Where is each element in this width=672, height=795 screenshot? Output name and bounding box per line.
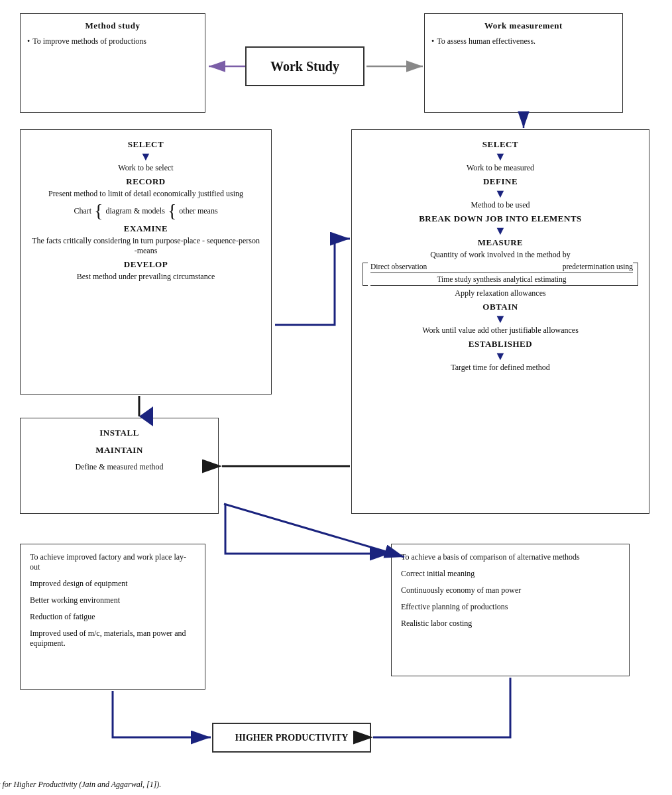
wm-relaxation-label: Apply relaxation allowances [363,288,638,298]
ms-brace-row: Chart { diagram & models } other means [31,202,260,220]
wm-arrow-2: ▼ [363,188,638,200]
ms-diagram-label: diagram & models [106,206,165,216]
wm-obtain-label: OBTAIN [363,302,638,312]
ms-other-label: other means [179,206,217,216]
figure-caption: Figure 3: Co-ordination Procedure for Wo… [0,780,336,790]
ro-item4: Effective planning of productions [401,602,620,612]
wm-predetermination-label: predetermination using [563,263,633,271]
wm-obtain-text: Work until value add other justifiable a… [363,326,638,336]
wm-measure-label: MEASURE [363,237,638,248]
work-measurement-box: Work measurement •To assess human effect… [424,13,623,113]
wm-established-label: ESTABLISHED [363,339,638,349]
wm-define-text: Method to be used [363,200,638,210]
ms-record-label: RECORD [31,176,260,187]
higher-productivity-label: HIGHER PRODUCTIVITY [235,733,349,743]
maintain-label: MAINTAIN [31,445,207,456]
ms-brace: { [94,202,103,220]
method-study-title: Method study [27,21,198,31]
work-measurement-title: Work measurement [431,21,616,31]
ms-develop-text: Best method under prevailing circumstanc… [31,272,260,282]
ro-item3: Continuously economy of man power [401,585,620,595]
method-study-bullet: To improve methods of productions [32,36,146,46]
wm-select-text: Work to be measured [363,163,638,173]
install-define-text: Define & measured method [31,462,207,472]
ms-arrow-1: ▼ [31,151,260,162]
lo-item5: Improved used of m/c, materials, man pow… [30,629,196,648]
work-measure-steps-box: SELECT ▼ Work to be measured DEFINE ▼ Me… [351,129,649,514]
wm-timestudy-label: Time study synthesis analytical estimati… [370,275,633,283]
wm-arrow-1: ▼ [363,151,638,162]
ms-select-label: SELECT [31,139,260,150]
install-label: INSTALL [31,428,207,438]
left-outcomes-box: To achieve improved factory and work pla… [20,544,205,690]
method-study-box: Method study •To improve methods of prod… [20,13,205,113]
ro-item2: Correct initial meaning [401,569,620,579]
ms-examine-text: The facts critically considering in turn… [31,236,260,256]
work-measurement-bullet: To assess human effectiveness. [437,36,535,46]
ms-chart-label: Chart [74,206,91,216]
wm-arrow-3: ▼ [363,225,638,237]
work-study-box: Work Study [245,46,364,86]
lo-item3: Better working environment [30,595,196,605]
ro-item1: To achieve a basis of comparison of alte… [401,552,620,562]
ms-develop-label: DEVELOP [31,259,260,270]
wm-breakdown-label: BREAK DOWN JOB INTO ELEMENTS [363,214,638,224]
ms-record-text: Present method to limit of detail econom… [31,189,260,199]
right-outcomes-box: To achieve a basis of comparison of alte… [391,544,630,676]
method-steps-box: SELECT ▼ Work to be select RECORD Presen… [20,129,272,395]
wm-direct-label: Direct observation [370,263,427,271]
ms-examine-label: EXAMINE [31,223,260,234]
lo-item4: Reduction of fatigue [30,612,196,622]
wm-measure-text: Quantity of work involved in the method … [363,250,638,260]
higher-productivity-box: HIGHER PRODUCTIVITY [212,723,371,753]
wm-select-label: SELECT [363,139,638,150]
ro-item5: Realistic labor costing [401,619,620,629]
lo-item2: Improved design of equipment [30,579,196,589]
wm-arrow-4: ▼ [363,313,638,325]
wm-define-label: DEFINE [363,176,638,187]
ms-brace-right: } [168,202,176,220]
ms-select-text: Work to be select [31,163,260,173]
lo-item1: To achieve improved factory and work pla… [30,552,196,572]
work-study-label: Work Study [270,59,339,74]
wm-arrow-5: ▼ [363,350,638,362]
wm-established-text: Target time for defined method [363,363,638,373]
install-box: INSTALL MAINTAIN Define & measured metho… [20,418,219,514]
